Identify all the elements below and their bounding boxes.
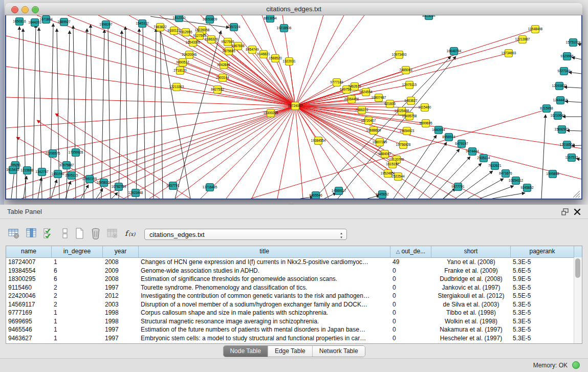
float-window-icon[interactable] [560, 207, 570, 216]
table-cell[interactable]: 1 [52, 334, 103, 343]
delete-icon[interactable] [88, 226, 103, 242]
table-cell[interactable]: 6 [52, 267, 103, 275]
graph-edge[interactable] [6, 106, 295, 189]
graph-edge[interactable] [419, 149, 460, 199]
graph-edge[interactable] [295, 106, 354, 199]
table-cell[interactable]: 5.9E-5 [511, 275, 574, 283]
table-cell[interactable]: 5.3E-5 [511, 258, 574, 267]
table-cell[interactable]: 0 [390, 317, 431, 326]
graph-edge[interactable] [38, 178, 41, 199]
table-settings-icon[interactable] [6, 226, 21, 242]
graph-edge[interactable] [6, 106, 295, 128]
table-cell[interactable]: Tourette syndrome. Phenomenology and cla… [139, 283, 390, 292]
window-titlebar[interactable]: citations_edges.txt [5, 3, 582, 15]
graph-edge[interactable] [295, 106, 581, 179]
table-row[interactable]: 1872400712008Changes of HCN gene express… [6, 258, 582, 267]
graph-edge[interactable] [468, 179, 504, 199]
graph-edge[interactable] [81, 185, 89, 199]
graph-edge[interactable] [143, 25, 145, 199]
show-columns-icon[interactable] [24, 226, 39, 242]
table-cell[interactable]: 1997 [103, 334, 139, 343]
table-cell[interactable]: 5.3E-5 [511, 334, 574, 343]
function-builder-icon[interactable]: f (x) [123, 226, 140, 242]
scrollbar-thumb[interactable] [575, 258, 580, 278]
graph-edge[interactable] [11, 171, 14, 199]
graph-edge[interactable] [125, 27, 128, 199]
column-header-short[interactable]: short [431, 246, 511, 257]
table-cell[interactable]: Embryonic stem cells: a model to study s… [139, 334, 390, 343]
table-cell[interactable]: 14569117 [6, 300, 52, 309]
column-header-title[interactable]: title [139, 246, 390, 257]
graph-edge[interactable] [295, 106, 456, 199]
graph-edge[interactable] [226, 106, 295, 199]
table-cell[interactable]: 9463627 [6, 334, 52, 343]
table-cell[interactable]: Hescheler et al. (1997) [431, 334, 511, 343]
network-canvas[interactable]: 1872400718300295193845547463822916012389… [6, 15, 581, 199]
table-cell[interactable]: 2008 [103, 275, 139, 283]
table-row[interactable]: 1938455462009Genome-wide association stu… [6, 267, 582, 275]
table-cell[interactable]: Nakamura et al. (1997) [431, 325, 511, 334]
table-cell[interactable]: 18724007 [6, 258, 52, 267]
table-cell[interactable]: 0 [390, 283, 431, 292]
graph-edge[interactable] [160, 26, 163, 199]
graph-edge[interactable] [129, 15, 295, 106]
column-header-pagerank[interactable]: pagerank [511, 246, 574, 257]
table-row[interactable]: 969969511998Structural magnetic resonanc… [6, 317, 582, 326]
table-row[interactable]: 2242004622012Investigating the contribut… [6, 292, 582, 300]
table-cell[interactable]: 49 [390, 258, 431, 267]
table-cell[interactable]: Corpus callosum shape and size in male p… [139, 309, 390, 317]
table-row[interactable]: 977716911998Corpus callosum shape and si… [6, 309, 582, 317]
graph-edge[interactable] [295, 15, 364, 106]
column-header-year[interactable]: year [103, 246, 139, 257]
column-header-out_de[interactable]: △out_de... [390, 246, 431, 257]
table-cell[interactable]: 1997 [103, 325, 139, 334]
table-cell[interactable]: 5.3E-5 [511, 325, 574, 334]
table-cell[interactable]: Dudbridge et al. (2008) [431, 275, 511, 283]
table-cell[interactable]: 1997 [103, 283, 139, 292]
table-cell[interactable]: 1998 [103, 309, 139, 317]
tab-node-table[interactable]: Node Table [223, 346, 268, 357]
table-cell[interactable]: 18300295 [6, 275, 52, 283]
graph-edge[interactable] [84, 29, 87, 199]
table-cell[interactable]: 1998 [103, 317, 139, 326]
table-cell[interactable]: Estimation of significance thresholds fo… [139, 275, 390, 283]
table-cell[interactable]: 1 [52, 325, 103, 334]
network-view-window[interactable]: citations_edges.txt 18724007183002951938… [5, 3, 582, 200]
column-header-name[interactable]: name [6, 246, 52, 257]
table-cell[interactable]: 2009 [103, 267, 139, 275]
table-cell[interactable]: 2008 [103, 258, 139, 267]
table-cell[interactable]: Yano et al. (2008) [431, 258, 511, 267]
canvas-resize-grip[interactable] [573, 191, 580, 198]
graph-edge[interactable] [277, 106, 295, 199]
table-cell[interactable]: 5.6E-5 [511, 267, 574, 275]
table-cell[interactable]: 0 [390, 292, 431, 300]
graph-edge[interactable] [295, 29, 535, 106]
table-cell[interactable]: Wolkin et al. (1998) [431, 317, 511, 326]
table-cell[interactable]: Changes of HCN gene expression and I(f) … [139, 258, 390, 267]
graph-edge[interactable] [154, 29, 156, 199]
table-cell[interactable]: 2 [52, 283, 103, 292]
table-cell[interactable]: 0 [390, 309, 431, 317]
table-row[interactable]: 911546021997Tourette syndrome. Phenomeno… [6, 283, 582, 292]
graph-edge[interactable] [193, 42, 295, 106]
table-cell[interactable]: Franke et al. (2009) [431, 267, 511, 275]
graph-edge[interactable] [91, 25, 93, 199]
table-cell[interactable]: 0 [390, 334, 431, 343]
table-cell[interactable]: 5.3E-5 [511, 300, 574, 309]
graph-edge[interactable] [300, 197, 313, 199]
graph-edge[interactable] [136, 29, 139, 199]
table-row[interactable]: 1830029562008Estimation of significance … [6, 275, 582, 283]
table-cell[interactable]: 9699695 [6, 317, 52, 326]
table-cell[interactable]: 5.3E-5 [511, 317, 574, 326]
tab-edge-table[interactable]: Edge Table [268, 346, 313, 357]
column-header-in_degree[interactable]: in_degree [52, 246, 103, 257]
graph-edge[interactable] [324, 193, 336, 199]
table-cell[interactable]: 0 [390, 300, 431, 309]
graph-edge[interactable] [541, 115, 546, 199]
table-cell[interactable]: 1 [52, 309, 103, 317]
table-cell[interactable]: 5.5E-5 [511, 292, 574, 300]
close-icon[interactable] [573, 207, 582, 216]
graph-edge[interactable] [492, 193, 525, 199]
table-cell[interactable]: 9115460 [6, 283, 52, 292]
table-cell[interactable]: Estimation of the future numbers of pati… [139, 325, 390, 334]
